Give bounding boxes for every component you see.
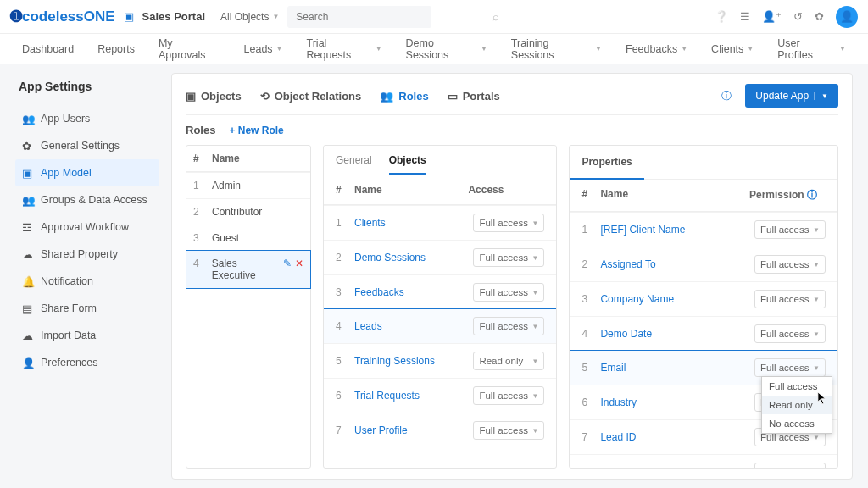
- sidebar-item[interactable]: ☁Import Data: [15, 322, 159, 349]
- property-row[interactable]: 2Assigned ToFull access▼: [570, 247, 837, 281]
- objects-panel: GeneralObjects #NameAccess 1ClientsFull …: [323, 145, 557, 469]
- nav-item[interactable]: My Approvals: [159, 37, 220, 61]
- nav-item[interactable]: Leads▼: [244, 43, 283, 55]
- access-dropdown[interactable]: Full access▼: [473, 386, 544, 405]
- nav-item[interactable]: Demo Sessions▼: [406, 37, 487, 61]
- history-icon[interactable]: ↺: [793, 10, 803, 23]
- nav-item[interactable]: Training Sessions▼: [511, 37, 602, 61]
- property-row[interactable]: 5EmailFull access▼Full accessRead onlyNo…: [569, 350, 838, 385]
- nav-item[interactable]: Dashboard: [22, 43, 74, 55]
- storage-icon[interactable]: ☰: [740, 10, 750, 23]
- object-row[interactable]: 2Demo SessionsFull access▼: [324, 240, 556, 274]
- access-dropdown[interactable]: Full access▼: [473, 317, 544, 336]
- property-link[interactable]: Lead Name: [600, 466, 754, 469]
- permission-option[interactable]: No access: [762, 414, 832, 433]
- access-dropdown[interactable]: Read only▼: [473, 352, 544, 370]
- object-row[interactable]: 1ClientsFull access▼: [324, 205, 556, 240]
- permission-dropdown[interactable]: Full access▼: [754, 290, 826, 308]
- permission-dropdown[interactable]: Full access▼: [754, 255, 826, 274]
- nav-item[interactable]: Trial Requests▼: [307, 37, 382, 61]
- gear-icon[interactable]: ✿: [815, 10, 824, 23]
- info-icon[interactable]: ⓘ: [807, 189, 817, 201]
- sidebar-icon: ▣: [22, 167, 34, 179]
- object-row[interactable]: 3FeedbacksFull access▼: [324, 274, 556, 309]
- access-dropdown[interactable]: Full access▼: [473, 421, 544, 440]
- sidebar-icon: 👥: [22, 113, 34, 125]
- object-link[interactable]: Trial Requests: [354, 390, 473, 402]
- sidebar-item[interactable]: 👤Preferences: [15, 349, 159, 376]
- object-row[interactable]: 5Training SessionsRead only▼: [324, 343, 556, 378]
- add-user-icon[interactable]: 👤⁺: [762, 10, 782, 23]
- new-role-button[interactable]: + New Role: [229, 125, 283, 136]
- settings-tab[interactable]: ▭Portals: [448, 90, 500, 103]
- access-dropdown[interactable]: Full access▼: [473, 214, 544, 232]
- settings-tab[interactable]: 👥Roles: [380, 90, 428, 103]
- all-objects-dropdown[interactable]: All Objects▼: [220, 11, 279, 23]
- info-icon[interactable]: ⓘ: [721, 89, 732, 103]
- access-dropdown[interactable]: Full access▼: [473, 283, 544, 302]
- sidebar-icon: ☁: [22, 248, 34, 260]
- settings-tab[interactable]: ▣Objects: [186, 90, 242, 103]
- permission-dropdown[interactable]: Full access▼: [754, 220, 826, 239]
- nav-item[interactable]: User Profiles▼: [777, 37, 846, 61]
- object-link[interactable]: Feedbacks: [354, 286, 473, 298]
- permission-dropdown[interactable]: Full access▼: [754, 463, 826, 469]
- sidebar-item[interactable]: ▣App Model: [15, 159, 159, 186]
- sidebar-item[interactable]: ▤Share Form: [15, 295, 159, 322]
- tab-icon: ▣: [186, 90, 196, 103]
- sidebar-item[interactable]: ☁Shared Property: [15, 241, 159, 268]
- object-link[interactable]: Leads: [354, 320, 473, 332]
- sidebar-item[interactable]: 👥Groups & Data Access: [15, 186, 159, 214]
- property-row[interactable]: 1[REF] Client NameFull access▼: [570, 212, 837, 247]
- role-row[interactable]: 1Admin: [186, 172, 310, 198]
- help-icon[interactable]: ❔: [715, 10, 728, 23]
- access-dropdown[interactable]: Full access▼: [473, 248, 544, 267]
- object-row[interactable]: 7User ProfileFull access▼: [324, 413, 556, 447]
- nav-item[interactable]: Clients▼: [711, 43, 754, 55]
- nav-item[interactable]: Reports: [97, 43, 135, 55]
- inner-tab[interactable]: Objects: [389, 154, 426, 175]
- search-icon: ⌕: [492, 10, 499, 23]
- property-row[interactable]: 4Demo DateFull access▼: [570, 316, 837, 351]
- object-row[interactable]: 4LeadsFull access▼: [323, 308, 557, 344]
- property-link[interactable]: Lead ID: [600, 431, 754, 443]
- tab-icon: ⟲: [260, 90, 270, 103]
- update-app-button[interactable]: Update App▼: [745, 84, 838, 108]
- property-row[interactable]: 3Company NameFull access▼: [570, 281, 837, 316]
- sidebar-item[interactable]: ✿General Settings: [15, 132, 159, 159]
- role-row[interactable]: 3Guest: [186, 225, 310, 251]
- avatar[interactable]: 👤: [836, 6, 858, 28]
- property-link[interactable]: Industry: [600, 396, 754, 408]
- edit-icon[interactable]: ✎: [283, 258, 292, 281]
- role-row[interactable]: 4Sales Executive✎✕: [186, 250, 311, 289]
- object-link[interactable]: Training Sessions: [354, 355, 473, 367]
- property-link[interactable]: [REF] Client Name: [600, 224, 754, 236]
- delete-icon[interactable]: ✕: [295, 258, 303, 281]
- search-input[interactable]: [287, 6, 431, 28]
- sidebar-item[interactable]: 🔔Notification: [15, 268, 159, 295]
- logo[interactable]: ➊codelessONE: [10, 8, 115, 25]
- role-row[interactable]: 2Contributor: [186, 198, 310, 225]
- property-row[interactable]: 8Lead NameFull access▼: [570, 454, 837, 469]
- object-link[interactable]: User Profile: [354, 424, 473, 436]
- property-link[interactable]: Assigned To: [600, 258, 754, 270]
- settings-tab[interactable]: ⟲Object Relations: [260, 90, 362, 103]
- sidebar-icon: ✿: [22, 140, 34, 152]
- object-row[interactable]: 6Trial RequestsFull access▼: [324, 378, 556, 413]
- inner-tab[interactable]: General: [336, 154, 372, 166]
- object-link[interactable]: Clients: [354, 217, 473, 229]
- property-link[interactable]: Company Name: [600, 293, 754, 305]
- permission-dropdown[interactable]: Full access▼: [754, 324, 826, 343]
- sidebar-icon: ☲: [22, 221, 34, 233]
- box-icon: ▣: [124, 10, 134, 23]
- sidebar-icon: ▤: [22, 302, 34, 314]
- portal-name[interactable]: Sales Portal: [142, 10, 205, 23]
- roles-list: #Name 1Admin2Contributor3Guest4Sales Exe…: [186, 145, 311, 469]
- sidebar-item[interactable]: ☲Approval Workflow: [15, 214, 159, 241]
- object-link[interactable]: Demo Sessions: [354, 252, 473, 263]
- sidebar-item[interactable]: 👥App Users: [15, 105, 159, 132]
- property-link[interactable]: Email: [600, 362, 754, 374]
- permission-dropdown[interactable]: Full access▼: [754, 358, 826, 377]
- nav-item[interactable]: Feedbacks▼: [626, 43, 687, 55]
- property-link[interactable]: Demo Date: [600, 328, 754, 340]
